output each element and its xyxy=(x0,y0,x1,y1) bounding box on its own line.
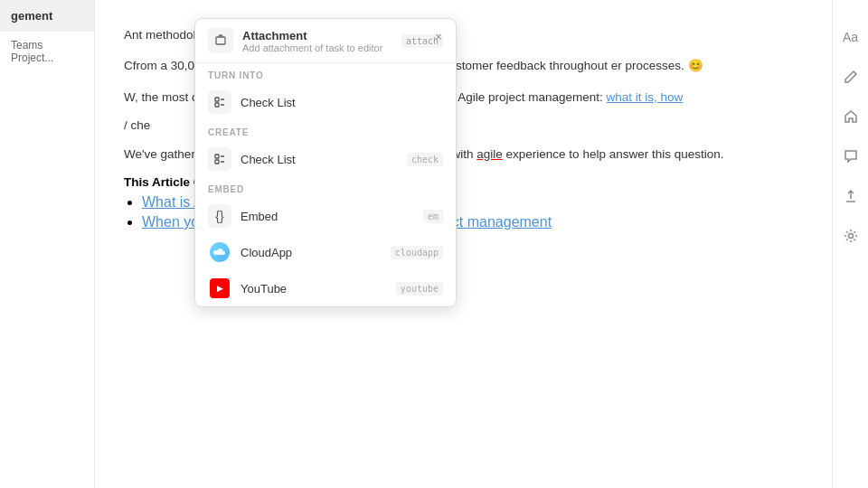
svg-rect-3 xyxy=(215,103,219,107)
section-turn-into: TURN INTO xyxy=(195,63,456,84)
create-checklist-label: Check List xyxy=(241,153,398,166)
svg-rect-7 xyxy=(215,160,219,164)
embed-item[interactable]: {} Embed em xyxy=(195,198,456,234)
embed-shortcut: em xyxy=(423,210,443,223)
section-create: CREATE xyxy=(195,120,456,141)
cloudapp-item[interactable]: CloudApp cloudapp xyxy=(195,234,456,270)
close-button[interactable]: × xyxy=(430,28,447,44)
cloudapp-label: CloudApp xyxy=(241,246,382,259)
attachment-row[interactable]: Attachment Add attachment of task to edi… xyxy=(195,19,456,63)
embed-label: Embed xyxy=(241,210,414,223)
upload-icon[interactable] xyxy=(841,186,861,206)
create-checklist-item[interactable]: Check List check xyxy=(195,141,456,177)
svg-point-0 xyxy=(848,234,853,239)
attachment-subtitle: Add attachment of task to editor xyxy=(242,42,392,53)
sidebar: gement Teams Project... xyxy=(0,0,95,488)
cloudapp-icon xyxy=(208,240,231,264)
svg-rect-2 xyxy=(215,98,219,101)
home-icon[interactable] xyxy=(841,107,861,127)
youtube-icon: ▶ xyxy=(208,277,231,300)
right-toolbar: Aa xyxy=(832,0,868,488)
cloudapp-logo xyxy=(210,242,230,262)
turn-into-checklist-label: Check List xyxy=(241,96,443,109)
edit-icon[interactable] xyxy=(841,67,861,87)
create-checklist-icon xyxy=(208,147,231,171)
font-size-icon[interactable]: Aa xyxy=(841,27,861,47)
paragraph-3-link[interactable]: what it is, how xyxy=(607,90,684,104)
embed-icon: {} xyxy=(208,204,231,228)
sidebar-item-sub[interactable]: Teams Project... xyxy=(0,32,94,71)
svg-rect-1 xyxy=(216,37,225,44)
svg-rect-6 xyxy=(215,155,219,158)
turn-into-checklist-item[interactable]: Check List xyxy=(195,84,456,120)
sidebar-item-active[interactable]: gement xyxy=(0,0,94,32)
attachment-title: Attachment xyxy=(242,29,392,42)
section-embed: EMBED xyxy=(195,177,456,198)
attachment-icon xyxy=(208,28,233,53)
settings-icon[interactable] xyxy=(841,226,861,246)
attachment-info: Attachment Add attachment of task to edi… xyxy=(242,29,392,53)
create-checklist-shortcut: check xyxy=(407,153,443,166)
youtube-logo: ▶ xyxy=(210,278,230,298)
youtube-item[interactable]: ▶ YouTube youtube xyxy=(195,270,456,306)
youtube-shortcut: youtube xyxy=(396,282,443,296)
cloudapp-shortcut: cloudapp xyxy=(391,246,443,259)
checklist-icon xyxy=(208,90,231,114)
youtube-label: YouTube xyxy=(241,282,387,296)
comment-icon[interactable] xyxy=(841,146,861,166)
dropdown-popup: × Attachment Add attachment of task to e… xyxy=(194,18,457,307)
